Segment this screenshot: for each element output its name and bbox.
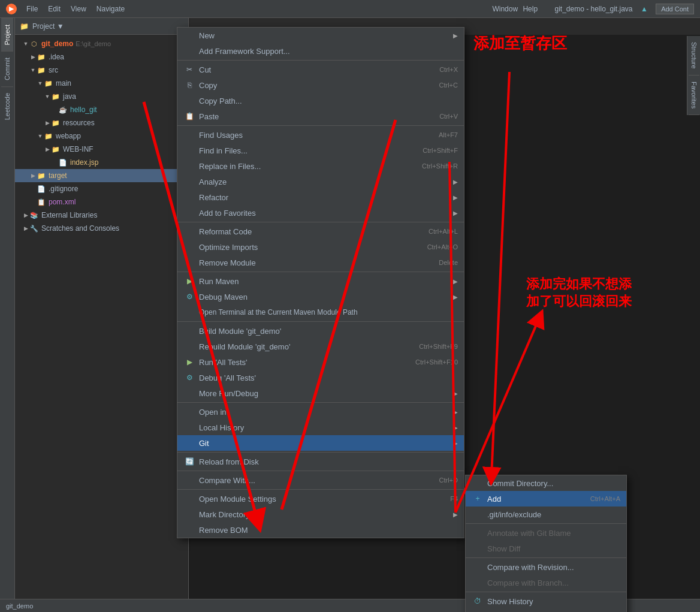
sidebar-tab-project[interactable]: Project — [1, 18, 13, 51]
menu-item-analyze[interactable]: Analyze ▶ — [177, 174, 464, 189]
menu-item-mark-directory[interactable]: Mark Directory as ▶ — [177, 507, 464, 522]
menu-item-cut[interactable]: ✂ Cut Ctrl+X — [177, 62, 464, 77]
menu-item-optimize-imports[interactable]: Optimize Imports Ctrl+Alt+O — [177, 239, 464, 255]
menu-item-open-in[interactable]: Open in ▶ — [177, 404, 464, 420]
menu-item-git[interactable]: Git ▶ — [177, 435, 464, 451]
shortcut-cut: Ctrl+X — [439, 66, 458, 73]
tree-item-resources[interactable]: ▶ 📁 resources — [15, 116, 188, 129]
menu-item-remove-bom[interactable]: Remove BOM — [177, 522, 464, 538]
menu-label-remove-module: Remove Module — [199, 258, 427, 267]
submenu-separator-2 — [466, 557, 626, 558]
arrow-icon: ▶ — [453, 179, 458, 185]
copy-icon: ⎘ — [183, 81, 195, 89]
tree-item-src[interactable]: ▼ 📁 src — [15, 64, 188, 77]
app-logo: ▶ — [6, 4, 17, 14]
submenu-item-add[interactable]: + Add Ctrl+Alt+A — [466, 491, 626, 507]
menu-item-reload[interactable]: 🔄 Reload from Disk — [177, 454, 464, 469]
menu-label-build-module: Build Module 'git_demo' — [199, 327, 458, 336]
menu-item-add-to-favorites[interactable]: Add to Favorites ▶ — [177, 205, 464, 221]
menu-label-find-usages: Find Usages — [199, 131, 427, 140]
expand-arrow: ▶ — [29, 53, 37, 61]
folder-icon: 📁 — [37, 65, 46, 75]
tree-item-index-jsp[interactable]: ▶ 📄 index.jsp — [15, 156, 188, 169]
menu-label-remove-bom: Remove BOM — [199, 526, 458, 535]
java-folder-icon: 📁 — [51, 92, 61, 101]
menu-item-debug-all-tests[interactable]: ⚙ Debug 'All Tests' — [177, 370, 464, 385]
submenu-item-show-history[interactable]: ⏱ Show History — [466, 593, 626, 609]
submenu-item-compare-revision[interactable]: Compare with Revision... — [466, 559, 626, 575]
tree-item-webinf[interactable]: ▶ 📁 WEB-INF — [15, 143, 188, 156]
tree-item-idea[interactable]: ▶ 📁 .idea — [15, 50, 188, 64]
menu-item-copy-path[interactable]: Copy Path... — [177, 93, 464, 108]
add-cont-button[interactable]: Add Cont — [656, 4, 694, 14]
shortcut-copy: Ctrl+C — [439, 82, 458, 89]
sidebar-tab-commit[interactable]: Commit — [1, 51, 13, 86]
tree-item-webapp[interactable]: ▼ 📁 webapp — [15, 129, 188, 143]
menu-edit[interactable]: Edit — [44, 4, 64, 14]
submenu-item-show-diff[interactable]: Show Diff — [466, 541, 626, 556]
menu-item-add-framework[interactable]: Add Framework Support... — [177, 43, 464, 59]
shortcut-rebuild: Ctrl+Shift+F9 — [419, 343, 458, 350]
tree-item-gitignore[interactable]: ▶ 📄 .gitignore — [15, 182, 188, 195]
tree-label: src — [49, 66, 58, 74]
menu-separator-1 — [177, 60, 464, 61]
menu-separator-4 — [177, 272, 464, 272]
submenu-item-compare-branch[interactable]: Compare with Branch... — [466, 575, 626, 590]
tree-item-target[interactable]: ▶ 📁 target — [15, 169, 188, 182]
menu-label-copy: Copy — [199, 81, 427, 90]
project-panel-header[interactable]: 📁 Project ▼ — [15, 18, 188, 35]
submenu-item-commit-dir[interactable]: Commit Directory... — [466, 475, 626, 491]
tree-item-main[interactable]: ▼ 📁 main — [15, 77, 188, 90]
menu-item-local-history[interactable]: Local History ▶ — [177, 420, 464, 435]
submenu-separator-1 — [466, 523, 626, 524]
tree-item-git-demo[interactable]: ▼ ⬡ git_demo E:\git_demo — [15, 37, 188, 50]
menu-navigate[interactable]: Navigate — [93, 4, 128, 14]
tree-item-java[interactable]: ▼ 📁 java — [15, 90, 188, 103]
menu-item-run-maven[interactable]: ▶ Run Maven ▶ — [177, 273, 464, 289]
tree-label: target — [49, 171, 67, 180]
menu-item-module-settings[interactable]: Open Module Settings F4 — [177, 491, 464, 507]
menu-item-find-in-files[interactable]: Find in Files... Ctrl+Shift+F — [177, 143, 464, 158]
menu-label-analyze: Analyze — [199, 177, 450, 186]
menu-label-debug-all-tests: Debug 'All Tests' — [199, 373, 458, 382]
menu-item-open-terminal[interactable]: Open Terminal at the Current Maven Modul… — [177, 305, 464, 320]
menu-item-rebuild-module[interactable]: Rebuild Module 'git_demo' Ctrl+Shift+F9 — [177, 339, 464, 354]
expand-arrow: ▶ — [29, 172, 37, 179]
menu-item-new[interactable]: New ▶ — [177, 28, 464, 43]
menu-item-paste[interactable]: 📋 Paste Ctrl+V — [177, 108, 464, 124]
tree-item-pom-xml[interactable]: ▶ 📋 pom.xml — [15, 195, 188, 209]
menu-item-find-usages[interactable]: Find Usages Alt+F7 — [177, 127, 464, 143]
submenu-item-annotate[interactable]: Annotate with Git Blame — [466, 525, 626, 541]
menu-file[interactable]: File — [23, 4, 41, 14]
sidebar-tab-leetcode[interactable]: Leetcode — [1, 86, 13, 126]
tree-item-ext-libs[interactable]: ▶ 📚 External Libraries — [15, 209, 188, 222]
menu-item-run-all-tests[interactable]: ▶ Run 'All Tests' Ctrl+Shift+F10 — [177, 354, 464, 370]
paste-icon: 📋 — [183, 112, 195, 120]
right-tab-structure[interactable]: Structure — [689, 36, 699, 76]
menu-item-copy[interactable]: ⎘ Copy Ctrl+C — [177, 77, 464, 93]
menu-item-build-module[interactable]: Build Module 'git_demo' — [177, 323, 464, 339]
menu-item-more-run[interactable]: More Run/Debug ▶ — [177, 385, 464, 401]
arrow-icon: ▶ — [453, 32, 458, 39]
tree-label: main — [56, 79, 71, 88]
gitignore-icon: 📄 — [37, 184, 46, 194]
shortcut-compare: Ctrl+D — [439, 477, 458, 484]
annotation-rollback-note: 添加完如果不想添加了可以回滚回来 — [526, 276, 632, 310]
menu-item-debug-maven[interactable]: ⚙ Debug Maven ▶ — [177, 289, 464, 305]
menu-window[interactable]: Window — [492, 5, 518, 13]
menu-item-compare-with[interactable]: Compare With... Ctrl+D — [177, 472, 464, 488]
right-tab-favorites[interactable]: Favorites — [689, 76, 699, 115]
submenu-item-show-revision[interactable]: Show Current Revision — [466, 609, 626, 612]
folder-icon: 📁 — [51, 118, 61, 128]
submenu-item-gitinfo[interactable]: .git/info/exclude — [466, 507, 626, 522]
menu-item-reformat[interactable]: Reformat Code Ctrl+Alt+L — [177, 224, 464, 239]
menu-label-mark-directory: Mark Directory as — [199, 510, 450, 519]
menu-item-replace-in-files[interactable]: Replace in Files... Ctrl+Shift+R — [177, 158, 464, 174]
menu-item-refactor[interactable]: Refactor ▶ — [177, 189, 464, 205]
menu-label-find-in-files: Find in Files... — [199, 146, 411, 155]
menu-view[interactable]: View — [67, 4, 90, 14]
tree-item-hello-git[interactable]: ▶ ☕ hello_git — [15, 103, 188, 116]
tree-item-scratches[interactable]: ▶ 🔧 Scratches and Consoles — [15, 222, 188, 235]
menu-item-remove-module[interactable]: Remove Module Delete — [177, 255, 464, 270]
menu-label-local-history: Local History — [199, 423, 450, 432]
